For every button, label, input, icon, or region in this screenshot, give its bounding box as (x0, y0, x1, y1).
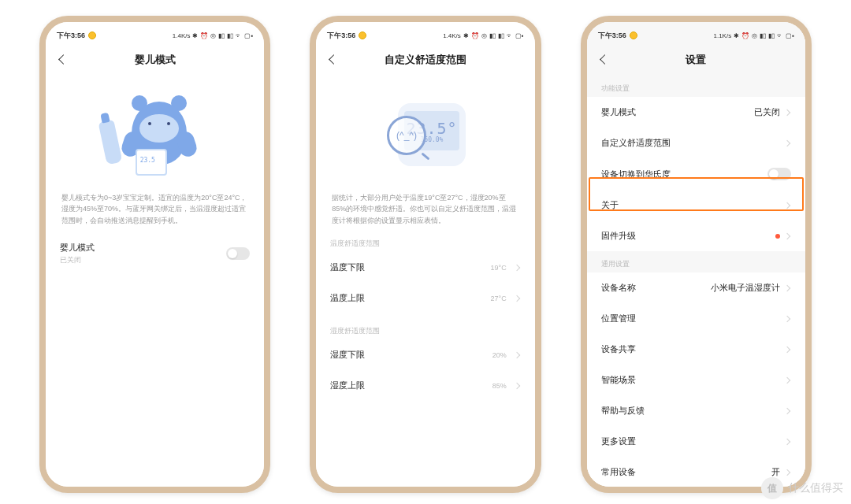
row-label: 婴儿模式 (60, 242, 95, 254)
phone-baby-mode: 下午3:56 1.4K/s✱⏰◎▮▯▮▯ᯤ▢▪ 婴儿模式 (39, 16, 270, 493)
settings-custom-range[interactable]: 自定义舒适度范围 (587, 128, 805, 158)
settings-scene[interactable]: 智能场景 (587, 365, 805, 395)
chevron-right-icon (515, 295, 521, 302)
row-label: 湿度上限 (330, 380, 365, 391)
back-icon[interactable] (327, 54, 340, 66)
row-label: 婴儿模式 (601, 106, 636, 118)
section-temperature: 温度舒适度范围 (330, 239, 520, 249)
toggle-off-icon[interactable] (226, 247, 250, 260)
section-function: 功能设置 (587, 76, 805, 97)
page-title: 设置 (686, 53, 706, 67)
row-label: 设备切换到华氏度 (601, 169, 671, 180)
temp-high-row[interactable]: 温度上限 27°C (330, 283, 520, 313)
row-label: 温度上限 (330, 292, 365, 304)
row-value: 19°C (491, 264, 507, 272)
settings-device-name[interactable]: 设备名称 小米电子温湿度计 (587, 272, 805, 303)
row-label: 设备名称 (601, 282, 636, 294)
row-value: 27°C (491, 295, 507, 302)
chevron-right-icon (785, 439, 791, 445)
status-bar: 下午3:56 1.1K/s✱⏰◎▮▯▮▯ᯤ▢▪ (587, 22, 805, 44)
settings-more[interactable]: 更多设置 (587, 426, 805, 457)
header: 设置 (587, 44, 805, 76)
description-text: 据统计，大部分用户处于温度19°C至27°C，湿度20%至85%的环境中感觉舒适… (332, 192, 518, 226)
status-time: 下午3:56 (598, 31, 626, 41)
row-label: 设备共享 (601, 343, 636, 355)
row-label: 常用设备 (601, 466, 636, 478)
illustration-device: 23.5°160.0% (^_^) (330, 83, 520, 186)
chevron-right-icon (785, 316, 791, 322)
phone-settings: 下午3:56 1.1K/s✱⏰◎▮▯▮▯ᯤ▢▪ 设置 功能设置 婴儿模式 已关闭… (581, 16, 812, 493)
temp-low-row[interactable]: 温度下限 19°C (330, 252, 520, 283)
settings-fahrenheit[interactable]: 设备切换到华氏度 (587, 158, 805, 190)
row-value: 小米电子温湿度计 (711, 282, 780, 294)
status-bar: 下午3:56 1.4K/s✱⏰◎▮▯▮▯ᯤ▢▪ (316, 22, 534, 44)
hum-high-row[interactable]: 湿度上限 85% (330, 370, 520, 401)
hum-low-row[interactable]: 湿度下限 20% (330, 339, 520, 370)
chevron-right-icon (785, 109, 791, 116)
section-general: 通用设置 (587, 251, 805, 272)
row-label: 关于 (601, 199, 619, 211)
chevron-right-icon (785, 140, 791, 146)
watermark-text: 什么值得买 (788, 481, 843, 495)
row-label: 湿度下限 (330, 349, 365, 361)
baby-mode-toggle-row[interactable]: 婴儿模式 已关闭 (60, 232, 250, 275)
chevron-right-icon (515, 265, 521, 271)
row-label: 固件升级 (601, 230, 636, 242)
status-speed: 1.1K/s (713, 32, 731, 39)
settings-share[interactable]: 设备共享 (587, 334, 805, 365)
chevron-right-icon (785, 285, 791, 291)
row-sub: 已关闭 (60, 255, 95, 265)
status-time: 下午3:56 (327, 31, 355, 41)
row-label: 更多设置 (601, 435, 636, 447)
settings-baby-mode[interactable]: 婴儿模式 已关闭 (587, 97, 805, 128)
section-humidity: 湿度舒适度范围 (330, 326, 520, 336)
row-label: 温度下限 (330, 261, 365, 273)
header: 婴儿模式 (46, 44, 264, 76)
chevron-right-icon (785, 233, 791, 239)
page-title: 自定义舒适度范围 (385, 53, 466, 67)
settings-location[interactable]: 位置管理 (587, 303, 805, 334)
settings-firmware[interactable]: 固件升级 (587, 220, 805, 251)
badge-dot-icon (775, 234, 780, 239)
settings-about[interactable]: 关于 (587, 190, 805, 220)
chevron-right-icon (785, 469, 791, 476)
back-icon[interactable] (598, 54, 611, 66)
row-value: 20% (492, 351, 507, 359)
row-label: 帮助与反馈 (601, 405, 645, 417)
row-label: 自定义舒适度范围 (601, 137, 671, 149)
back-icon[interactable] (57, 54, 69, 66)
status-time: 下午3:56 (57, 31, 85, 41)
page-title: 婴儿模式 (135, 53, 176, 67)
watermark: 值 什么值得买 (761, 477, 843, 499)
chevron-right-icon (515, 383, 521, 389)
status-speed: 1.4K/s (443, 32, 461, 39)
status-speed: 1.4K/s (173, 32, 191, 39)
chevron-right-icon (785, 377, 791, 384)
row-value: 已关闭 (754, 106, 780, 118)
row-label: 智能场景 (601, 374, 636, 386)
chevron-right-icon (515, 352, 521, 358)
chevron-right-icon (785, 408, 791, 414)
row-value: 开 (771, 466, 780, 478)
watermark-badge-icon: 值 (761, 477, 783, 499)
chevron-right-icon (785, 202, 791, 209)
settings-help[interactable]: 帮助与反馈 (587, 395, 805, 426)
header: 自定义舒适度范围 (316, 44, 534, 76)
chevron-right-icon (785, 346, 791, 353)
status-bar: 下午3:56 1.4K/s✱⏰◎▮▯▮▯ᯤ▢▪ (46, 22, 264, 44)
illustration-bear (60, 83, 250, 186)
row-value: 85% (492, 382, 507, 390)
toggle-off-icon[interactable] (767, 168, 791, 180)
row-label: 位置管理 (601, 313, 636, 324)
phone-custom-range: 下午3:56 1.4K/s✱⏰◎▮▯▮▯ᯤ▢▪ 自定义舒适度范围 23.5°16… (310, 16, 541, 493)
description-text: 婴儿模式专为0~3岁宝宝定制。适宜的温度为20°C至24°C，湿度为45%至70… (61, 192, 248, 226)
